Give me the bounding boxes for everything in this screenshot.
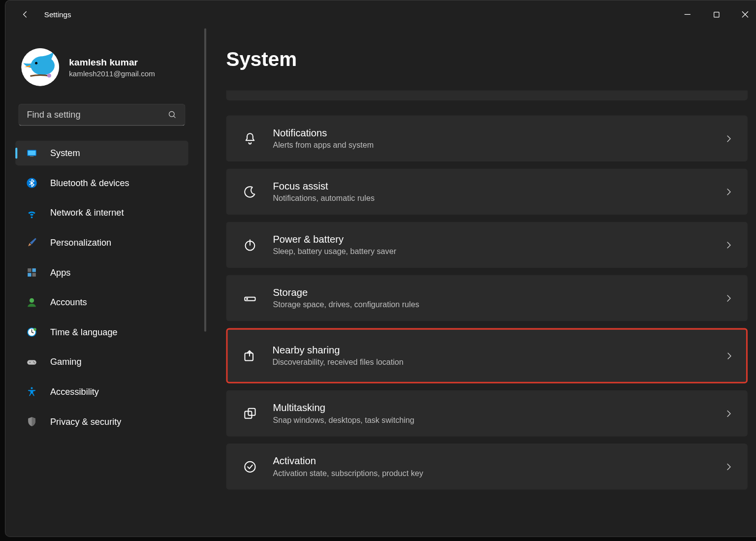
svg-point-30 bbox=[247, 298, 248, 299]
bluetooth-icon bbox=[24, 178, 39, 189]
card-text: Multitasking Snap windows, desktops, tas… bbox=[273, 402, 724, 424]
moon-icon bbox=[240, 185, 260, 198]
sidebar-item-apps[interactable]: Apps bbox=[15, 260, 188, 285]
user-block[interactable]: kamlesh kumar kamlesh2011@gmail.com bbox=[15, 48, 188, 86]
monitor-icon bbox=[24, 148, 39, 159]
card-text: Storage Storage space, drives, configura… bbox=[273, 287, 724, 309]
wifi-icon bbox=[24, 207, 39, 218]
user-name: kamlesh kumar bbox=[69, 57, 155, 68]
sidebar-scrollbar[interactable] bbox=[204, 29, 206, 332]
svg-point-21 bbox=[33, 328, 36, 331]
card-title: Power & battery bbox=[273, 234, 724, 245]
svg-point-34 bbox=[245, 461, 255, 472]
back-button[interactable] bbox=[19, 8, 31, 20]
card-nearby-sharing[interactable]: Nearby sharing Discoverability, received… bbox=[226, 328, 747, 383]
card-title: Multitasking bbox=[273, 402, 724, 414]
sidebar-item-accounts[interactable]: Accounts bbox=[15, 290, 188, 315]
card-title: Focus assist bbox=[273, 181, 724, 192]
card-subtitle: Discoverability, received files location bbox=[272, 358, 724, 367]
multi-icon bbox=[240, 407, 260, 420]
svg-rect-17 bbox=[32, 273, 35, 276]
card-title: Activation bbox=[273, 455, 724, 467]
sidebar-item-label: Time & language bbox=[50, 327, 118, 337]
content: kamlesh kumar kamlesh2011@gmail.com Syst… bbox=[5, 29, 756, 537]
svg-point-26 bbox=[31, 387, 33, 389]
sidebar-item-system[interactable]: System bbox=[15, 141, 188, 166]
gamepad-icon bbox=[24, 356, 39, 367]
sidebar-item-label: Accounts bbox=[50, 297, 87, 307]
access-icon bbox=[24, 386, 39, 397]
sidebar-item-label: System bbox=[50, 148, 80, 158]
partial-card-top[interactable] bbox=[226, 91, 747, 100]
sidebar-item-accessibility[interactable]: Accessibility bbox=[15, 380, 188, 405]
shield-icon bbox=[24, 416, 39, 427]
card-storage[interactable]: Storage Storage space, drives, configura… bbox=[226, 275, 747, 321]
card-subtitle: Activation state, subscriptions, product… bbox=[273, 469, 724, 477]
card-text: Nearby sharing Discoverability, received… bbox=[272, 345, 724, 367]
chevron-right-icon bbox=[724, 409, 733, 418]
card-text: Notifications Alerts from apps and syste… bbox=[273, 127, 724, 150]
window-buttons bbox=[673, 0, 756, 29]
svg-rect-11 bbox=[28, 151, 36, 155]
svg-rect-14 bbox=[28, 268, 31, 272]
sidebar-item-bluetooth-devices[interactable]: Bluetooth & devices bbox=[15, 170, 188, 195]
card-text: Power & battery Sleep, battery usage, ba… bbox=[273, 234, 724, 256]
card-title: Notifications bbox=[273, 127, 724, 139]
svg-point-8 bbox=[169, 111, 175, 117]
sidebar-item-privacy-security[interactable]: Privacy & security bbox=[15, 409, 188, 434]
bell-icon bbox=[240, 131, 260, 145]
card-subtitle: Snap windows, desktops, task switching bbox=[273, 415, 724, 424]
clock-icon bbox=[24, 327, 39, 338]
window-title: Settings bbox=[44, 10, 71, 19]
card-text: Focus assist Notifications, automatic ru… bbox=[273, 181, 724, 203]
titlebar: Settings bbox=[5, 0, 756, 29]
card-notifications[interactable]: Notifications Alerts from apps and syste… bbox=[226, 115, 747, 161]
power-icon bbox=[240, 238, 260, 252]
chevron-right-icon bbox=[724, 293, 733, 303]
sidebar-item-gaming[interactable]: Gaming bbox=[15, 350, 188, 375]
card-multitasking[interactable]: Multitasking Snap windows, desktops, tas… bbox=[226, 390, 747, 437]
sidebar-item-time-language[interactable]: Time & language bbox=[15, 319, 188, 345]
chevron-right-icon bbox=[724, 351, 734, 361]
close-button[interactable] bbox=[731, 0, 756, 29]
search-box[interactable] bbox=[18, 104, 185, 126]
chevron-right-icon bbox=[724, 462, 733, 472]
card-power-battery[interactable]: Power & battery Sleep, battery usage, ba… bbox=[226, 222, 747, 268]
chevron-right-icon bbox=[724, 187, 733, 196]
sidebar-item-personalization[interactable]: Personalization bbox=[15, 230, 188, 255]
card-subtitle: Sleep, battery usage, battery saver bbox=[273, 247, 724, 256]
card-subtitle: Alerts from apps and system bbox=[273, 141, 724, 150]
apps-icon bbox=[24, 267, 39, 278]
sidebar-item-label: Personalization bbox=[50, 237, 111, 248]
chevron-right-icon bbox=[724, 240, 733, 250]
avatar bbox=[21, 48, 59, 86]
svg-rect-31 bbox=[245, 353, 252, 360]
maximize-button[interactable] bbox=[702, 0, 731, 29]
search-input[interactable] bbox=[27, 110, 168, 120]
svg-point-25 bbox=[34, 362, 35, 363]
user-email: kamlesh2011@gmail.com bbox=[69, 69, 155, 77]
card-focus-assist[interactable]: Focus assist Notifications, automatic ru… bbox=[226, 168, 747, 215]
minimize-button[interactable] bbox=[673, 0, 702, 29]
sidebar-item-label: Accessibility bbox=[50, 386, 99, 397]
sidebar-item-label: Privacy & security bbox=[50, 416, 121, 427]
svg-point-23 bbox=[30, 362, 31, 363]
card-title: Nearby sharing bbox=[272, 345, 724, 356]
sidebar-item-label: Network & internet bbox=[50, 208, 124, 218]
svg-point-7 bbox=[47, 73, 51, 77]
cards-list: Notifications Alerts from apps and syste… bbox=[226, 115, 747, 490]
storage-icon bbox=[240, 291, 260, 305]
sidebar-item-label: Apps bbox=[50, 267, 70, 278]
sidebar-nav: System Bluetooth & devices Network & int… bbox=[15, 141, 188, 434]
svg-rect-15 bbox=[32, 268, 35, 272]
card-activation[interactable]: Activation Activation state, subscriptio… bbox=[226, 444, 747, 490]
svg-rect-12 bbox=[30, 156, 33, 157]
svg-line-9 bbox=[174, 116, 176, 118]
share-icon bbox=[240, 349, 259, 363]
search-icon bbox=[168, 110, 177, 119]
card-subtitle: Notifications, automatic rules bbox=[273, 194, 724, 203]
svg-rect-22 bbox=[27, 360, 36, 365]
svg-point-24 bbox=[33, 361, 34, 362]
sidebar-item-network-internet[interactable]: Network & internet bbox=[15, 200, 188, 225]
card-title: Storage bbox=[273, 287, 724, 298]
